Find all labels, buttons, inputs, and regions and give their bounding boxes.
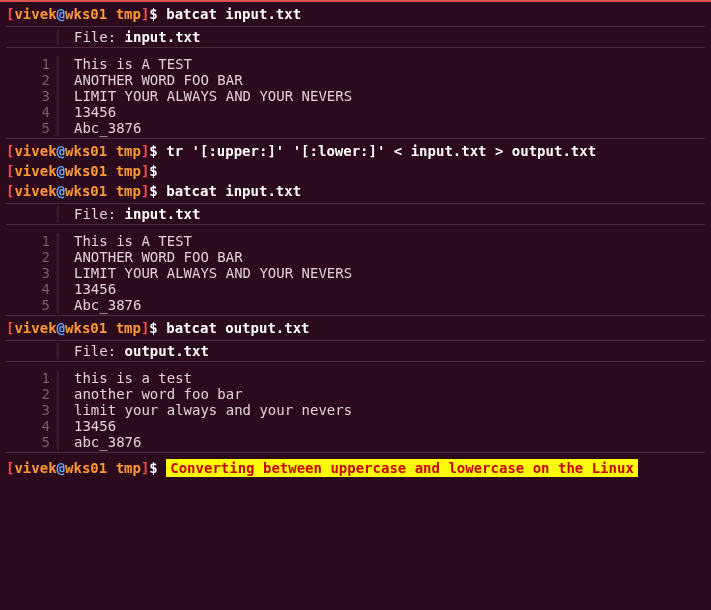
prompt-user: vivek [14,6,56,22]
bat-rule [6,340,705,341]
prompt-line[interactable]: [vivek@wks01 tmp]$ batcat output.txt [6,318,705,338]
file-name: output.txt [125,343,209,359]
bat-row: 5Abc_3876 [6,120,705,136]
prompt-cwd: tmp [116,460,141,476]
bat-row: 413456 [6,418,705,434]
line-number: 3 [6,402,60,418]
command-text: batcat output.txt [166,320,309,336]
bat-row: 5Abc_3876 [6,297,705,313]
prompt-at: @ [57,6,65,22]
prompt-at: @ [57,460,65,476]
file-line: this is a test [60,370,192,386]
bat-row: 2ANOTHER WORD FOO BAR [6,72,705,88]
prompt-symbol: $ [149,163,157,179]
prompt-line[interactable]: [vivek@wks01 tmp]$ [6,161,705,181]
prompt-cwd: tmp [116,6,141,22]
bat-row: 413456 [6,104,705,120]
prompt-cwd: tmp [116,183,141,199]
command-text: batcat input.txt [166,183,301,199]
bat-rule [6,26,705,27]
line-number: 1 [6,370,60,386]
file-line: limit your always and your nevers [60,402,352,418]
file-line: abc_3876 [60,434,141,450]
file-label: File: [74,29,125,45]
bat-rule [6,315,705,316]
line-number: 3 [6,265,60,281]
prompt-symbol: $ [149,320,157,336]
line-number: 5 [6,120,60,136]
line-number: 4 [6,281,60,297]
file-line: ANOTHER WORD FOO BAR [60,72,243,88]
file-line: Abc_3876 [60,297,141,313]
bat-header: File: output.txt [6,343,705,359]
file-line: LIMIT YOUR ALWAYS AND YOUR NEVERS [60,88,352,104]
prompt-host: wks01 [65,163,107,179]
file-name: input.txt [125,206,201,222]
bat-row: 1this is a test [6,370,705,386]
prompt-symbol: $ [149,183,157,199]
line-number: 1 [6,233,60,249]
file-label: File: [74,343,125,359]
prompt-line[interactable]: [vivek@wks01 tmp]$ Converting between up… [6,458,705,478]
file-line: 13456 [60,104,116,120]
line-number: 4 [6,104,60,120]
prompt-line[interactable]: [vivek@wks01 tmp]$ batcat input.txt [6,4,705,24]
file-line: LIMIT YOUR ALWAYS AND YOUR NEVERS [60,265,352,281]
prompt-symbol: $ [149,143,157,159]
prompt-cwd: tmp [116,320,141,336]
bat-rule [6,361,705,362]
prompt-user: vivek [14,320,56,336]
prompt-line[interactable]: [vivek@wks01 tmp]$ batcat input.txt [6,181,705,201]
line-number: 5 [6,434,60,450]
bat-rule [6,47,705,48]
command-text: tr '[:upper:]' '[:lower:]' < input.txt >… [166,143,596,159]
file-label: File: [74,206,125,222]
bat-row: 3limit your always and your nevers [6,402,705,418]
line-number: 3 [6,88,60,104]
prompt-symbol: $ [149,6,157,22]
bat-row: 413456 [6,281,705,297]
prompt-symbol: $ [149,460,157,476]
file-line: ANOTHER WORD FOO BAR [60,249,243,265]
line-number: 2 [6,72,60,88]
bat-row: 3LIMIT YOUR ALWAYS AND YOUR NEVERS [6,265,705,281]
prompt-cwd: tmp [116,163,141,179]
highlight-caption: Converting between uppercase and lowerca… [166,459,638,477]
prompt-line[interactable]: [vivek@wks01 tmp]$ tr '[:upper:]' '[:low… [6,141,705,161]
bat-rule [6,138,705,139]
bat-rule [6,203,705,204]
line-number: 1 [6,56,60,72]
bat-row: 2ANOTHER WORD FOO BAR [6,249,705,265]
line-number: 5 [6,297,60,313]
bat-row: 1This is A TEST [6,56,705,72]
prompt-at: @ [57,163,65,179]
file-line: 13456 [60,281,116,297]
bat-row: 2another word foo bar [6,386,705,402]
prompt-at: @ [57,143,65,159]
file-line: Abc_3876 [60,120,141,136]
prompt-user: vivek [14,143,56,159]
file-line: 13456 [60,418,116,434]
line-number: 2 [6,386,60,402]
file-line: This is A TEST [60,56,192,72]
prompt-user: vivek [14,163,56,179]
prompt-user: vivek [14,183,56,199]
bat-row: 5abc_3876 [6,434,705,450]
bat-rule [6,452,705,453]
bat-header: File: input.txt [6,206,705,222]
prompt-cwd: tmp [116,143,141,159]
prompt-at: @ [57,320,65,336]
prompt-user: vivek [14,460,56,476]
prompt-at: @ [57,183,65,199]
line-number: 2 [6,249,60,265]
bat-row: 1This is A TEST [6,233,705,249]
prompt-host: wks01 [65,320,107,336]
command-text: batcat input.txt [166,6,301,22]
line-number: 4 [6,418,60,434]
prompt-host: wks01 [65,143,107,159]
prompt-host: wks01 [65,460,107,476]
file-line: This is A TEST [60,233,192,249]
prompt-host: wks01 [65,6,107,22]
file-name: input.txt [125,29,201,45]
bat-row: 3LIMIT YOUR ALWAYS AND YOUR NEVERS [6,88,705,104]
